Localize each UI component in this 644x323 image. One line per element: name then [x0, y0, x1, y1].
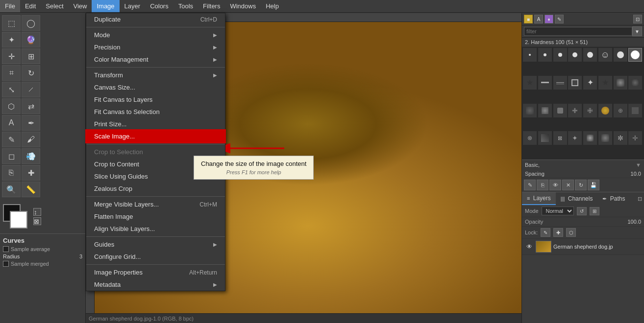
mode-select[interactable]: Normal: [542, 207, 574, 215]
brush-cell[interactable]: [583, 48, 597, 62]
layer-visibility-icon[interactable]: 👁: [525, 242, 534, 251]
background-color[interactable]: [10, 211, 27, 229]
menu-metadata[interactable]: Metadata ▶: [86, 278, 225, 291]
tool-zoom[interactable]: 🔍: [2, 182, 21, 197]
tool-clone[interactable]: ⎘: [2, 165, 21, 181]
brush-cell[interactable]: [598, 131, 612, 145]
tool-pencil[interactable]: ✎: [2, 132, 21, 147]
brush-cell[interactable]: ★: [523, 76, 537, 90]
tool-fuzzy-select[interactable]: 🔮: [22, 32, 40, 47]
preset-dropdown-icon[interactable]: ▼: [636, 162, 641, 168]
brush-duplicate-btn[interactable]: ⎘: [537, 180, 548, 190]
menu-color-management[interactable]: Color Management ▶: [86, 53, 225, 66]
lock-pixels-btn[interactable]: ✎: [541, 228, 550, 237]
tool-text[interactable]: A: [2, 115, 21, 131]
brush-cell[interactable]: ✙: [583, 104, 597, 117]
brush-cell[interactable]: ☺: [598, 48, 612, 62]
menu-image[interactable]: Image: [92, 0, 119, 12]
tool-path[interactable]: ✒: [22, 115, 40, 131]
tool-scale[interactable]: ⤡: [2, 82, 21, 97]
tool-move[interactable]: ✛: [2, 48, 21, 64]
brush-cell[interactable]: ★: [598, 76, 612, 90]
brush-refresh-btn[interactable]: ↻: [575, 180, 587, 190]
mode-reset-btn[interactable]: ↺: [577, 207, 587, 215]
brush-cell[interactable]: [553, 76, 567, 90]
tool-rotate[interactable]: ↻: [22, 65, 40, 81]
brush-cell[interactable]: [568, 76, 582, 90]
layers-panel-menu[interactable]: ⊡: [638, 196, 642, 202]
menu-configure-grid[interactable]: Configure Grid...: [86, 251, 225, 263]
tool-measure[interactable]: 📏: [22, 182, 40, 197]
tool-align[interactable]: ⊞: [22, 48, 40, 64]
brush-icon-2[interactable]: A: [534, 15, 543, 23]
tool-free-select[interactable]: ✦: [2, 32, 21, 47]
brush-cell[interactable]: [538, 76, 552, 90]
brush-edit-btn[interactable]: ✎: [524, 180, 536, 190]
menu-fit-canvas-layers[interactable]: Fit Canvas to Layers: [86, 93, 225, 106]
brush-cell[interactable]: [598, 104, 612, 117]
brush-cell[interactable]: [614, 48, 627, 62]
menu-print-size[interactable]: Print Size...: [86, 118, 225, 130]
layer-item[interactable]: 👁 German shepherd dog.jp: [522, 239, 644, 255]
brush-cell[interactable]: [523, 104, 537, 117]
menu-tools[interactable]: Tools: [173, 0, 198, 12]
tab-paths[interactable]: ✒ Paths: [597, 193, 630, 205]
brush-cell[interactable]: [538, 104, 552, 117]
swap-colors-icon[interactable]: ↕: [33, 208, 41, 216]
brush-cell[interactable]: ✚: [568, 104, 582, 117]
menu-colors[interactable]: Colors: [145, 0, 173, 12]
menu-select[interactable]: Select: [41, 0, 68, 12]
tab-layers[interactable]: ≡ Layers: [522, 192, 556, 205]
brush-cell[interactable]: [568, 48, 582, 62]
brush-cell[interactable]: [628, 104, 642, 117]
brush-cell[interactable]: [583, 131, 597, 145]
menu-duplicate[interactable]: Duplicate Ctrl+D: [86, 13, 225, 25]
expand-icon[interactable]: ⊡: [633, 15, 642, 23]
brush-cell[interactable]: ✛: [628, 131, 642, 145]
brush-cell[interactable]: [553, 104, 567, 117]
tool-perspective[interactable]: ⬡: [2, 98, 21, 114]
tool-heal[interactable]: ✚: [22, 165, 40, 181]
menu-guides[interactable]: Guides ▶: [86, 238, 225, 251]
brush-cell[interactable]: [523, 48, 537, 62]
filter-input[interactable]: [524, 27, 632, 36]
menu-canvas-size[interactable]: Canvas Size...: [86, 81, 225, 93]
brush-icon-1[interactable]: ■: [524, 15, 533, 23]
brush-icon-3[interactable]: ♦: [545, 15, 553, 23]
menu-image-properties[interactable]: Image Properties Alt+Return: [86, 266, 225, 278]
tool-shear[interactable]: ⟋: [22, 82, 40, 97]
brush-cell[interactable]: ✼: [614, 131, 627, 145]
menu-merge-visible[interactable]: Merge Visible Layers... Ctrl+M: [86, 198, 225, 210]
sample-merged-checkbox[interactable]: [3, 261, 9, 267]
menu-fit-canvas-selection[interactable]: Fit Canvas to Selection: [86, 106, 225, 118]
menu-layer[interactable]: Layer: [120, 0, 146, 12]
filter-dropdown[interactable]: ▼: [632, 26, 642, 36]
menu-edit[interactable]: Edit: [20, 0, 41, 12]
menu-align-visible[interactable]: Align Visible Layers...: [86, 223, 225, 235]
menu-precision[interactable]: Precision ▶: [86, 41, 225, 53]
brush-cell[interactable]: [628, 48, 642, 62]
tool-airbrush[interactable]: 💨: [22, 148, 40, 164]
brush-cell[interactable]: ⊠: [553, 131, 567, 145]
lock-position-btn[interactable]: ✚: [553, 228, 563, 237]
brush-save-btn[interactable]: 💾: [588, 180, 599, 190]
brush-cell[interactable]: ✦: [568, 131, 582, 145]
menu-file[interactable]: File: [0, 0, 20, 12]
menu-filters[interactable]: Filters: [198, 0, 225, 12]
tool-flip[interactable]: ⇄: [22, 98, 40, 114]
brush-cell[interactable]: [538, 48, 552, 62]
tool-crop[interactable]: ⌗: [2, 65, 21, 81]
brush-cell[interactable]: ⊕: [614, 104, 627, 117]
menu-scale-image[interactable]: Scale Image...: [86, 130, 225, 142]
brush-cell[interactable]: ✦: [583, 76, 597, 90]
brush-cell[interactable]: [614, 76, 627, 90]
menu-windows[interactable]: Windows: [225, 0, 261, 12]
tool-rect-select[interactable]: ⬚: [2, 15, 21, 31]
brush-icon-4[interactable]: ✎: [555, 15, 564, 23]
reset-colors-icon[interactable]: ⊠: [33, 217, 41, 225]
sample-avg-checkbox[interactable]: [3, 246, 9, 252]
menu-mode[interactable]: Mode ▶: [86, 29, 225, 41]
tool-paintbrush[interactable]: 🖌: [22, 132, 40, 147]
menu-zealous-crop[interactable]: Zealous Crop: [86, 183, 225, 195]
menu-view[interactable]: View: [69, 0, 92, 12]
